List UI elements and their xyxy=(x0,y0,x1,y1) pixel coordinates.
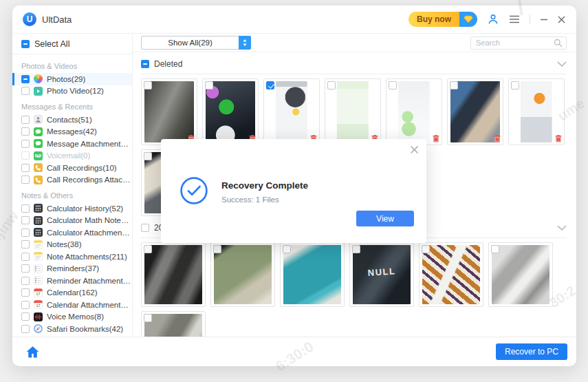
sidebar-item-calendar-attachments-1[interactable]: 17Calendar Attachments(1) xyxy=(12,299,132,311)
thumbnail-checkbox[interactable] xyxy=(327,81,336,89)
thumbnail-card[interactable] xyxy=(280,242,345,307)
sidebar-item-contacts-51[interactable]: Contacts(51) xyxy=(12,114,132,126)
thumbnail-card[interactable] xyxy=(325,78,381,145)
sidebar-item-calculator-history-52[interactable]: Calculator History(52) xyxy=(12,202,132,215)
thumbnail-checkbox[interactable] xyxy=(144,314,152,322)
minimize-button[interactable] xyxy=(540,15,548,23)
item-checkbox[interactable] xyxy=(21,216,30,224)
sidebar-item-reminder-attachments-27[interactable]: Reminder Attachments(27) xyxy=(12,275,132,287)
item-checkbox[interactable] xyxy=(21,116,30,124)
thumbnail-card[interactable] xyxy=(508,78,565,145)
delete-icon[interactable] xyxy=(433,135,439,142)
sidebar-item-photo-video-12[interactable]: Photo Video(12) xyxy=(12,85,132,98)
thumbnail-checkbox[interactable] xyxy=(144,245,152,253)
thumbnail-checkbox[interactable] xyxy=(144,81,152,89)
view-button[interactable]: View xyxy=(356,211,414,226)
item-checkbox[interactable] xyxy=(21,229,30,237)
sidebar-item-calculator-math-notes-6[interactable]: Calculator Math Notes(6) xyxy=(12,215,132,227)
sidebar-item-safari-bookmarks-42[interactable]: Safari Bookmarks(42) xyxy=(12,323,132,335)
delete-icon[interactable] xyxy=(555,135,562,142)
section-checkbox[interactable] xyxy=(141,224,149,232)
thumbnail-card[interactable] xyxy=(263,78,320,145)
sidebar-item-voicemail-0[interactable]: Voicemail(0) xyxy=(12,150,132,162)
thumbnail-image xyxy=(521,81,552,142)
sidebar-item-calculator-attachments-30[interactable]: Calculator Attachments(30) xyxy=(12,226,132,239)
photo-video-icon xyxy=(34,87,43,96)
item-checkbox[interactable] xyxy=(21,164,30,172)
item-checkbox[interactable] xyxy=(21,277,30,285)
account-icon[interactable] xyxy=(487,13,499,25)
sidebar-item-voice-memos-8[interactable]: Voice Memos(8) xyxy=(12,311,132,323)
sidebar-item-reminders-37[interactable]: Reminders(37) xyxy=(12,263,132,275)
sidebar-item-notes-38[interactable]: Notes(38) xyxy=(12,239,132,251)
thumbnail-checkbox[interactable] xyxy=(389,81,397,89)
home-button[interactable] xyxy=(25,346,40,359)
thumbnail-card[interactable] xyxy=(488,242,553,307)
select-all-checkbox[interactable] xyxy=(21,40,30,48)
thumbnail-checkbox[interactable] xyxy=(491,245,499,253)
sidebar-item-note-attachments-211[interactable]: Note Attachments(211) xyxy=(12,251,132,263)
thumbnail-image xyxy=(144,81,194,142)
item-checkbox[interactable] xyxy=(21,87,30,95)
app-title: UltData xyxy=(42,14,72,25)
section-header-deleted[interactable]: Deleted xyxy=(141,58,567,74)
thumbnail-checkbox[interactable] xyxy=(450,81,458,89)
item-checkbox[interactable] xyxy=(21,253,30,261)
thumbnail-card[interactable] xyxy=(202,78,259,145)
search-input[interactable] xyxy=(475,38,554,47)
thumbnail-checkbox[interactable] xyxy=(266,81,274,89)
item-checkbox[interactable] xyxy=(21,151,30,160)
item-checkbox[interactable] xyxy=(21,204,30,213)
thumbnail-card[interactable] xyxy=(447,78,503,145)
voice-memos-icon xyxy=(34,312,43,321)
thumbnail-checkbox[interactable] xyxy=(422,245,430,253)
delete-icon[interactable] xyxy=(494,135,501,142)
item-checkbox[interactable] xyxy=(21,140,30,148)
thumbnail-card[interactable] xyxy=(419,242,483,307)
thumbnail-card[interactable] xyxy=(210,242,275,307)
thumbnail-card[interactable]: NULL xyxy=(349,242,414,307)
sidebar-item-call-recordings-attachment[interactable]: Call Recordings Attachment... xyxy=(12,174,132,187)
item-checkbox[interactable] xyxy=(21,240,30,248)
thumbnail-card[interactable] xyxy=(386,78,442,145)
recover-to-pc-button[interactable]: Recover to PC xyxy=(496,343,567,360)
thumbnail-checkbox[interactable] xyxy=(283,245,291,253)
sidebar-item-messages-42[interactable]: Messages(42) xyxy=(12,126,132,138)
filter-dropdown[interactable]: Show All(29) xyxy=(141,36,251,50)
sidebar-item-calendar-162[interactable]: 17Calendar(162) xyxy=(12,287,132,299)
sidebar-item-message-attachments-16[interactable]: Message Attachments(16) xyxy=(12,138,132,150)
thumbnail-checkbox[interactable] xyxy=(511,81,519,89)
buy-now-button[interactable]: Buy now xyxy=(409,12,477,27)
app-logo-icon: U xyxy=(23,12,36,26)
section-checkbox[interactable] xyxy=(141,60,149,68)
select-all-row[interactable]: Select All xyxy=(12,34,132,54)
item-checkbox[interactable] xyxy=(21,264,30,273)
collapse-chevron-icon[interactable] xyxy=(557,225,567,231)
item-checkbox[interactable] xyxy=(21,176,30,184)
collapse-chevron-icon[interactable] xyxy=(557,61,567,67)
item-checkbox[interactable] xyxy=(21,325,30,333)
contacts-icon xyxy=(34,115,43,124)
thumbnail-checkbox[interactable] xyxy=(352,245,360,253)
thumbnail-card[interactable] xyxy=(141,311,206,337)
sidebar-item-call-recordings-10[interactable]: Call Recordings(10) xyxy=(12,162,132,174)
close-button[interactable] xyxy=(558,16,565,23)
thumbnail-card[interactable] xyxy=(141,242,206,307)
search-box[interactable] xyxy=(470,36,567,50)
item-checkbox[interactable] xyxy=(21,127,30,136)
thumbnail-row xyxy=(141,311,567,337)
item-checkbox[interactable] xyxy=(21,312,30,321)
dialog-close-icon[interactable] xyxy=(410,145,419,154)
menu-icon[interactable] xyxy=(509,15,520,23)
item-checkbox[interactable] xyxy=(21,301,30,309)
thumbnail-checkbox[interactable] xyxy=(144,152,152,160)
thumbnail-image xyxy=(144,314,202,337)
item-checkbox[interactable] xyxy=(21,75,30,83)
sidebar-item-label: Safari Bookmarks(42) xyxy=(47,325,123,333)
sidebar-item-photos-29[interactable]: Photos(29) xyxy=(12,73,132,85)
thumbnail-checkbox[interactable] xyxy=(205,81,213,89)
dialog-body: Recovery Complete Success: 1 Files xyxy=(179,176,308,208)
thumbnail-card[interactable] xyxy=(141,78,197,145)
item-checkbox[interactable] xyxy=(21,288,30,297)
thumbnail-checkbox[interactable] xyxy=(213,245,221,253)
